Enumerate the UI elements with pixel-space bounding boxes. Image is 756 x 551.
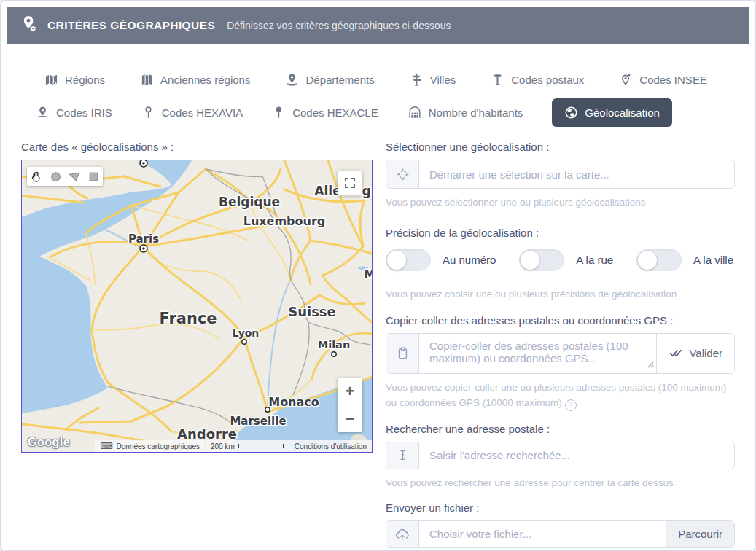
criteria-tabs: Régions Anciennes régions Départements V… (1, 65, 755, 129)
map-terms-link[interactable]: Conditions d'utilisation (295, 442, 367, 450)
tab-regions[interactable]: Régions (44, 73, 105, 87)
paste-group: Valider (386, 333, 735, 374)
map-label-lyon: Lyon (233, 327, 260, 339)
upload-filename-input[interactable] (419, 521, 666, 547)
select-geo-label: Sélectionner une géolocalisation : (386, 141, 735, 153)
post-icon (491, 73, 504, 87)
tab-nombre-habitants[interactable]: Nombre d'habitants (408, 106, 523, 120)
draw-circle-tool[interactable] (46, 167, 65, 186)
tab-codes-hexavia[interactable]: Codes HEXAVIA (141, 106, 243, 120)
population-icon (408, 106, 422, 120)
map-fullscreen-button[interactable] (338, 171, 362, 195)
toggle-a-la-rue-label: A la rue (576, 254, 613, 266)
street-marker-outline-icon (141, 106, 155, 120)
help-icon[interactable]: ? (565, 399, 577, 411)
draw-polygon-tool[interactable] (65, 167, 84, 186)
search-address-input[interactable] (419, 442, 734, 469)
toggle-knob (521, 251, 539, 270)
valider-button[interactable]: Valider (656, 334, 734, 373)
tab-departements[interactable]: Départements (285, 73, 374, 87)
toggle-knob (638, 251, 657, 270)
clipboard-icon (386, 334, 419, 373)
zoom-in-button[interactable]: + (338, 378, 362, 405)
map-label-monaco: Monaco (268, 395, 319, 409)
geolocation-map[interactable]: Belgique Luxembourg Allemagne Paris Fran… (21, 160, 373, 453)
upload-group: Parcourir (386, 520, 735, 548)
keyboard-icon: ⌨ (100, 442, 112, 450)
tab-geolocalisation[interactable]: Géolocalisation (552, 98, 672, 127)
search-label: Rechercher une adresse postale : (386, 423, 735, 435)
paste-helper: Vous pouvez copier-coller une ou plusieu… (386, 380, 735, 411)
folded-map-icon (140, 73, 154, 87)
pan-hand-tool[interactable] (27, 167, 46, 186)
toggle-knob (387, 251, 406, 270)
panel-title: CRITÈRES GÉOGRAPHIQUES (47, 19, 215, 32)
paste-textarea[interactable] (419, 334, 656, 373)
signpost-icon (410, 73, 424, 87)
pin-dot-icon (619, 73, 633, 87)
map-label-paris: Paris (128, 232, 159, 246)
panel-header: CRITÈRES GÉOGRAPHIQUES Définissez vos cr… (7, 7, 749, 44)
map-label-belgique: Belgique (219, 195, 280, 209)
precision-label: Précision de la géolocalisation : (386, 227, 735, 239)
map-label-andorre: Andorre (177, 426, 237, 442)
map-draw-toolbar (27, 167, 103, 186)
search-helper: Vous pouvez rechercher une adresse pour … (386, 476, 735, 491)
map-canvas: Belgique Luxembourg Allemagne Paris Fran… (22, 160, 372, 452)
map-data-link[interactable]: Données cartographiques (116, 442, 200, 450)
select-geo-input[interactable] (419, 160, 734, 188)
toggle-a-la-ville-label: A la ville (693, 254, 733, 266)
google-logo: Google (28, 436, 70, 449)
map-label-marseille: Marseille (230, 415, 286, 428)
fullscreen-icon (343, 176, 356, 189)
toggle-a-la-rue[interactable] (519, 249, 564, 271)
parcourir-button[interactable]: Parcourir (666, 521, 734, 547)
map-label-luxembourg: Luxembourg (243, 214, 326, 228)
map-scale-text: 200 km (211, 442, 235, 450)
map-scale-bar (238, 444, 284, 448)
map-label-munich-partial: M (365, 268, 372, 281)
tab-villes[interactable]: Villes (410, 73, 456, 87)
pin-ground-icon (36, 106, 50, 120)
toggle-au-numero[interactable] (386, 249, 431, 271)
map-zoom-control: + − (338, 378, 362, 432)
draw-rectangle-tool[interactable] (84, 167, 103, 186)
toggle-au-numero-label: Au numéro (443, 254, 496, 266)
panel-subtitle: Définissez vos critères géographiques ci… (227, 20, 451, 31)
select-geo-group (386, 160, 735, 189)
map-label-suisse: Suisse (288, 304, 336, 319)
tab-codes-iris[interactable]: Codes IRIS (36, 106, 112, 120)
map-label-milan: Milan (318, 339, 350, 351)
tab-codes-postaux[interactable]: Codes postaux (491, 73, 584, 87)
geographic-criteria-panel: CRITÈRES GÉOGRAPHIQUES Définissez vos cr… (0, 0, 756, 551)
map-label-france: France (159, 310, 217, 327)
map-label: Carte des « géolocalisations » : (21, 141, 371, 153)
tab-anciennes-regions[interactable]: Anciennes régions (140, 73, 250, 87)
pin-area-icon (285, 73, 299, 87)
double-check-icon (669, 347, 682, 359)
text-cursor-icon (386, 442, 419, 469)
toggle-a-la-ville[interactable] (636, 249, 682, 271)
precision-options: Au numéro A la rue A la ville (386, 249, 735, 271)
crosshair-icon (386, 160, 419, 188)
paste-label: Copier-coller des adresses postales ou c… (386, 314, 735, 327)
street-marker-filled-icon (272, 106, 286, 120)
map-attribution: ⌨ Données cartographiques 200 km Conditi… (95, 440, 372, 452)
map-icon (44, 73, 58, 87)
precision-helper: Vous pouvez choisir une ou plusieurs pré… (386, 287, 735, 302)
zoom-out-button[interactable]: − (338, 405, 362, 432)
cloud-upload-icon (386, 521, 419, 547)
pin-gear-icon (20, 15, 39, 36)
search-group (386, 442, 735, 469)
select-geo-helper: Vous pouvez sélectionner une ou plusieur… (386, 195, 735, 211)
tab-codes-insee[interactable]: Codes INSEE (619, 73, 707, 87)
globe-icon (564, 106, 578, 120)
tab-codes-hexacle[interactable]: Codes HEXACLE (272, 106, 378, 120)
upload-label: Envoyer un fichier : (386, 501, 735, 514)
